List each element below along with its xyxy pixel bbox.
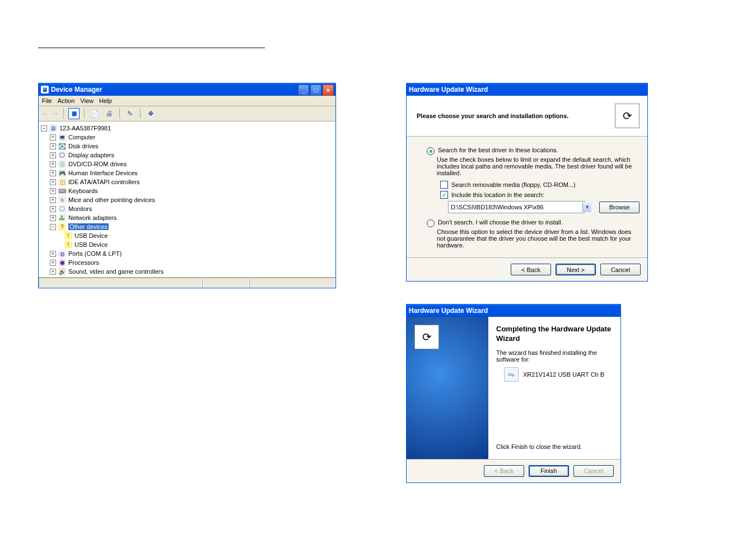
expand-icon[interactable] [50, 152, 56, 158]
expand-icon[interactable] [50, 251, 56, 257]
node-label: Ports (COM & LPT) [68, 250, 122, 257]
cancel-button[interactable]: Cancel [600, 264, 641, 275]
menu-help[interactable]: Help [99, 97, 112, 104]
tree-node[interactable]: 🖱Mice and other pointing devices [41, 195, 333, 204]
menu-file[interactable]: File [42, 97, 52, 104]
spacer [496, 382, 613, 443]
update-driver-icon[interactable]: ✎ [124, 108, 136, 119]
node-label: Sound, video and game controllers [68, 268, 164, 275]
tree-node[interactable]: 🎮Human Interface Devices [41, 168, 333, 177]
driver-install-icon: ⟳ [615, 104, 640, 128]
finish-button[interactable]: Finish [529, 465, 569, 477]
status-cell [249, 278, 335, 288]
menu-action[interactable]: Action [58, 97, 75, 104]
title-text: Hardware Update Wizard [409, 307, 488, 315]
menu-view[interactable]: View [80, 97, 94, 104]
toolbar: ← → ▦ 📄 🖨 ✎ ❖ [39, 106, 335, 121]
expand-icon[interactable] [50, 215, 56, 221]
next-button[interactable]: Next > [556, 264, 596, 275]
disk-icon: 💽 [58, 142, 66, 150]
keyboard-icon: ⌨ [58, 187, 66, 195]
expand-icon[interactable] [50, 143, 56, 149]
tree-node[interactable]: 💽Disk drives [41, 142, 333, 151]
tree-root[interactable]: 🖥 123-AA5387F9981 [41, 124, 333, 133]
device-row: ⇋ XR21V1412 USB UART Ch B [504, 367, 613, 382]
tree-node[interactable]: 🖧Network adapters [41, 213, 333, 222]
wizard-sidebar: ⟳ [407, 317, 488, 459]
statusbar [39, 277, 335, 288]
other-devices-icon: ? [58, 223, 66, 231]
driver-path-input[interactable] [448, 201, 585, 213]
nav-back-icon[interactable]: ← [42, 110, 49, 118]
dont-search-description: Choose this option to select the device … [437, 228, 640, 249]
sound-icon: 🔊 [58, 268, 66, 275]
expand-icon[interactable] [50, 188, 56, 194]
tree-node[interactable]: ◍Ports (COM & LPT) [41, 249, 333, 258]
close-button[interactable]: × [323, 85, 334, 96]
radio-dont-search[interactable]: Don't search. I will choose the driver t… [427, 219, 640, 227]
node-label: Processors [68, 259, 99, 266]
expand-icon[interactable] [50, 170, 56, 176]
node-label: Human Interface Devices [68, 170, 138, 176]
tree-node[interactable]: 🖵Monitors [41, 204, 333, 213]
tree-leaf[interactable]: !USB Device [41, 231, 333, 240]
page-divider [38, 48, 265, 48]
nav-forward-icon[interactable]: → [52, 110, 59, 118]
expand-icon[interactable] [50, 269, 56, 275]
computer-icon: 🖥 [49, 124, 57, 132]
collapse-icon[interactable] [41, 125, 47, 132]
show-hide-tree-button[interactable]: ▦ [68, 108, 80, 119]
checkbox-include-location[interactable]: Include this location in the search: [440, 191, 640, 199]
tree-node[interactable]: ⬢Processors [41, 258, 333, 267]
wizard-button-row: < Back Finish Cancel [407, 459, 620, 483]
print-icon[interactable]: 🖨 [104, 108, 115, 119]
tree-node[interactable]: 💻Computer [41, 133, 333, 142]
node-label: Network adapters [68, 214, 116, 221]
back-button[interactable]: < Back [511, 264, 551, 275]
expand-icon[interactable] [50, 134, 56, 140]
menubar: File Action View Help [39, 96, 335, 106]
expand-icon[interactable] [50, 260, 56, 266]
separator [140, 109, 141, 119]
titlebar[interactable]: Hardware Update Wizard [407, 83, 647, 96]
wizard-button-row: < Back Next > Cancel [407, 257, 647, 281]
checkbox-icon [440, 181, 448, 189]
tree-leaf[interactable]: !USB Device [41, 240, 333, 249]
device-tree[interactable]: 🖥 123-AA5387F9981 💻Computer 💽Disk drives… [39, 121, 335, 277]
monitor-icon: 🖵 [58, 205, 66, 213]
dvd-icon: 💿 [58, 160, 66, 168]
network-icon: 🖧 [58, 214, 66, 222]
expand-icon[interactable] [50, 206, 56, 212]
minimize-button[interactable]: _ [298, 85, 309, 96]
device-manager-window: 🖥 Device Manager _ □ × File Action View … [38, 83, 336, 288]
checkbox-removable[interactable]: Search removable media (floppy, CD-ROM..… [440, 181, 640, 189]
expand-icon[interactable] [50, 161, 56, 167]
dropdown-arrow-icon[interactable]: ▼ [582, 202, 591, 212]
tree-node[interactable]: ⌨Keyboards [41, 186, 333, 195]
wizard-header-text: Please choose your search and installati… [417, 113, 568, 119]
tree-node[interactable]: ?Other devices [41, 222, 333, 231]
maximize-button[interactable]: □ [310, 85, 321, 96]
wizard-finish-instruction: Click Finish to close the wizard. [496, 443, 613, 450]
title-text: Device Manager [51, 86, 102, 93]
titlebar[interactable]: 🖥 Device Manager _ □ × [39, 83, 335, 96]
tree-node[interactable]: 🖵Display adapters [41, 151, 333, 160]
node-label: Display adapters [68, 152, 114, 158]
collapse-icon[interactable] [50, 224, 56, 230]
expand-icon[interactable] [50, 197, 56, 203]
properties-icon[interactable]: 📄 [89, 108, 100, 119]
node-label: Monitors [68, 205, 92, 212]
node-label: DVD/CD-ROM drives [68, 161, 127, 167]
separator [84, 109, 85, 119]
tree-node[interactable]: 🔊Sound, video and game controllers [41, 267, 333, 276]
browse-button[interactable]: Browse [599, 202, 640, 213]
titlebar[interactable]: Hardware Update Wizard [407, 305, 620, 317]
node-label: USB Device [74, 241, 108, 248]
wizard-header: Please choose your search and installati… [407, 96, 647, 137]
tree-node[interactable]: 💿DVD/CD-ROM drives [41, 160, 333, 168]
tree-node[interactable]: ◫IDE ATA/ATAPI controllers [41, 177, 333, 186]
radio-search-best[interactable]: Search for the best driver in these loca… [427, 147, 640, 155]
expand-icon[interactable] [50, 179, 56, 185]
checkbox-label: Include this location in the search: [451, 191, 544, 198]
scan-hardware-icon[interactable]: ❖ [145, 108, 156, 119]
